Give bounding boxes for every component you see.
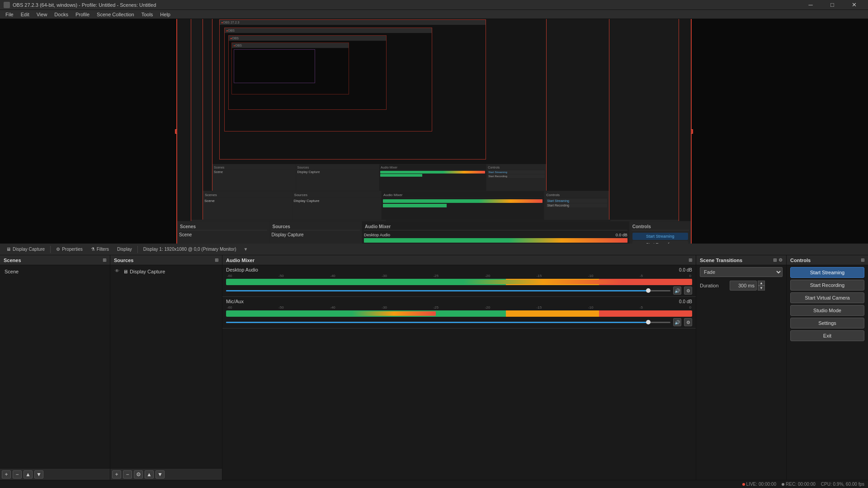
maximize-button[interactable]: □ xyxy=(822,0,843,10)
source-item-display-capture[interactable]: 👁 🖥 Display Capture xyxy=(112,267,220,276)
main-content: ● OBS 27.2.3 (64-bit, windows) - Profile… xyxy=(0,19,868,488)
exit-button[interactable]: Exit xyxy=(790,330,864,341)
scene-transitions-header-label: Scene Transitions xyxy=(700,258,742,263)
menu-profile[interactable]: Profile xyxy=(72,11,93,18)
filters-icon: ⚗ xyxy=(91,247,95,252)
rec-time: 00:00:00 xyxy=(798,482,816,487)
mic-mute-button[interactable]: 🔊 xyxy=(673,318,681,326)
nested-titlebar-4: ● OBS 27.2.3 xyxy=(220,20,486,25)
close-button[interactable]: ✕ xyxy=(844,0,864,10)
nested-obs-level1: ● OBS 27.2.3 (64-bit, windows) - Profile… xyxy=(191,19,679,244)
scene-transitions-panel: Scene Transitions ⊞ ⚙ Fade Cut Swipe Dur… xyxy=(696,255,787,480)
sources-popup-icon[interactable]: ⊞ xyxy=(215,258,218,263)
source-bar-filters[interactable]: ⚗ Filters xyxy=(88,246,112,253)
mic-audio-label: Mic/Aux xyxy=(226,299,244,304)
menu-file[interactable]: File xyxy=(2,11,17,18)
source-display-capture-label: Display Capture xyxy=(130,269,165,274)
sources-toolbar: + − ⚙ ▲ ▼ xyxy=(110,468,222,480)
start-virtual-camera-button[interactable]: Start Virtual Camera xyxy=(790,292,864,303)
controls-popup-icon[interactable]: ⊞ xyxy=(861,258,864,263)
scenes-panel-content: Scene xyxy=(0,265,110,468)
audio-mixer-popup-icon[interactable]: ⊞ xyxy=(689,258,692,263)
desktop-audio-meter-bar xyxy=(226,280,622,284)
mic-audio-settings-button[interactable]: ⚙ xyxy=(684,318,692,326)
duration-spin-buttons: ▲ ▼ xyxy=(758,281,765,291)
nested-obs-level2: ● OBS 27.2.3 (64-bit, windows) - Profile… xyxy=(203,19,609,227)
cpu-status: CPU: 0.9%, 60.00 fps xyxy=(821,482,864,487)
scene-transitions-panel-header: Scene Transitions ⊞ ⚙ xyxy=(696,255,786,265)
scenes-remove-button[interactable]: − xyxy=(13,470,22,479)
nested-obs-level7: ●OBS xyxy=(231,42,349,94)
scenes-add-button[interactable]: + xyxy=(2,470,11,479)
nested-obs-level5: ●OBS xyxy=(224,28,432,131)
studio-mode-button[interactable]: Studio Mode xyxy=(790,305,864,316)
duration-up-button[interactable]: ▲ xyxy=(758,281,765,286)
desktop-mute-button[interactable]: 🔊 xyxy=(673,286,681,295)
scenes-popup-icon[interactable]: ⊞ xyxy=(103,258,106,263)
rec-indicator xyxy=(782,483,784,486)
live-time: 00:00:00 xyxy=(759,482,776,487)
audio-meter-ticks-mic: -60 -50 -40 -30 -25 -20 -15 -10 -5 0 xyxy=(226,305,692,310)
mic-audio-db: 0.0 dB xyxy=(679,299,692,304)
monitor-icon: 🖥 xyxy=(6,247,11,252)
title-bar: OBS 27.2.3 (64-bit, windows) - Profile: … xyxy=(0,0,868,10)
minimize-button[interactable]: ─ xyxy=(800,0,821,10)
scene-transitions-popup-icon[interactable]: ⊞ xyxy=(773,258,777,263)
desktop-audio-settings-button[interactable]: ⚙ xyxy=(684,286,692,295)
transition-fade-row: Fade Cut Swipe xyxy=(696,265,786,279)
nested-obs-level6: ●OBS xyxy=(228,35,387,110)
nested-content-1: ● OBS 27.2.3 (64-bit, windows) - Profile… xyxy=(191,19,679,244)
scene-transitions-gear-icon[interactable]: ⚙ xyxy=(778,258,783,263)
transition-type-select[interactable]: Fade Cut Swipe xyxy=(700,267,783,277)
scenes-down-button[interactable]: ▼ xyxy=(34,470,43,479)
scene-item-scene[interactable]: Scene xyxy=(2,267,108,276)
audio-mixer-header-label: Audio Mixer xyxy=(226,258,255,263)
duration-down-button[interactable]: ▼ xyxy=(758,286,765,291)
source-bar-properties[interactable]: ⚙ Properties xyxy=(53,246,85,253)
settings-button[interactable]: Settings xyxy=(790,318,864,328)
live-label: LIVE: xyxy=(746,482,757,487)
desktop-volume-slider[interactable] xyxy=(226,290,670,291)
scenes-up-button[interactable]: ▲ xyxy=(24,470,33,479)
cpu-label: CPU: 0.9%, 60.00 fps xyxy=(821,482,864,487)
audio-meter-ticks-desktop: -60 -50 -40 -30 -25 -20 -15 -10 -5 0 xyxy=(226,274,692,278)
mic-volume-slider[interactable] xyxy=(226,322,670,323)
menu-scene-collection[interactable]: Scene Collection xyxy=(93,11,138,18)
nested-content-2: ● OBS 27.2.3 xyxy=(203,19,609,227)
preview-area[interactable]: ● OBS 27.2.3 (64-bit, windows) - Profile… xyxy=(0,19,868,244)
source-bar-monitor-label: Display 1: 868x488 @ 0,0 (Primary Moni… xyxy=(143,247,236,252)
menu-tools[interactable]: Tools xyxy=(138,11,157,18)
source-bar-monitor[interactable]: Display 1: 868x488 @ 0,0 (Primary Moni… xyxy=(141,246,239,253)
source-bar-display[interactable]: Display xyxy=(114,246,135,253)
scenes-panel: Scenes ⊞ Scene + − ▲ ▼ xyxy=(0,255,110,480)
menu-edit[interactable]: Edit xyxy=(17,11,33,18)
start-streaming-button[interactable]: Start Streaming xyxy=(790,267,864,278)
duration-input[interactable] xyxy=(730,281,757,291)
mic-audio-meter xyxy=(226,310,692,317)
rec-status: REC: 00:00:00 xyxy=(782,482,816,487)
audio-mixer-panel-header: Audio Mixer ⊞ xyxy=(222,255,696,265)
source-bar-arrow[interactable]: ▼ xyxy=(244,247,248,252)
nested-obs-level8 xyxy=(234,49,315,83)
eye-icon[interactable]: 👁 xyxy=(115,268,121,275)
sources-gear-button[interactable]: ⚙ xyxy=(134,470,143,479)
controls-panel-content: Start Streaming Start Recording Start Vi… xyxy=(787,265,868,480)
desktop-audio-label: Desktop Audio xyxy=(226,267,258,272)
start-recording-button[interactable]: Start Recording xyxy=(790,280,864,291)
sources-remove-button[interactable]: − xyxy=(123,470,132,479)
scene-transitions-header-icons: ⊞ ⚙ xyxy=(773,258,783,263)
sources-add-button[interactable]: + xyxy=(112,470,121,479)
sources-down-button[interactable]: ▼ xyxy=(156,470,165,479)
menu-view[interactable]: View xyxy=(33,11,51,18)
sources-up-button[interactable]: ▲ xyxy=(145,470,154,479)
nested-obs-level3: ● OBS 27.2.3 xyxy=(212,19,547,192)
source-bar-display-capture[interactable]: 🖥 Display Capture xyxy=(4,246,47,253)
audio-track-desktop: Desktop Audio 0.0 dB -60 -50 -40 -30 -25… xyxy=(222,265,696,297)
title-bar-controls: ─ □ ✕ xyxy=(800,0,864,10)
obs-icon xyxy=(4,2,10,8)
desktop-audio-controls: 🔊 ⚙ xyxy=(226,286,692,295)
preview-canvas: ● OBS 27.2.3 (64-bit, windows) - Profile… xyxy=(176,19,692,244)
menu-help[interactable]: Help xyxy=(156,11,174,18)
window-title: OBS 27.2.3 (64-bit, windows) - Profile: … xyxy=(13,2,156,8)
menu-docks[interactable]: Docks xyxy=(51,11,72,18)
